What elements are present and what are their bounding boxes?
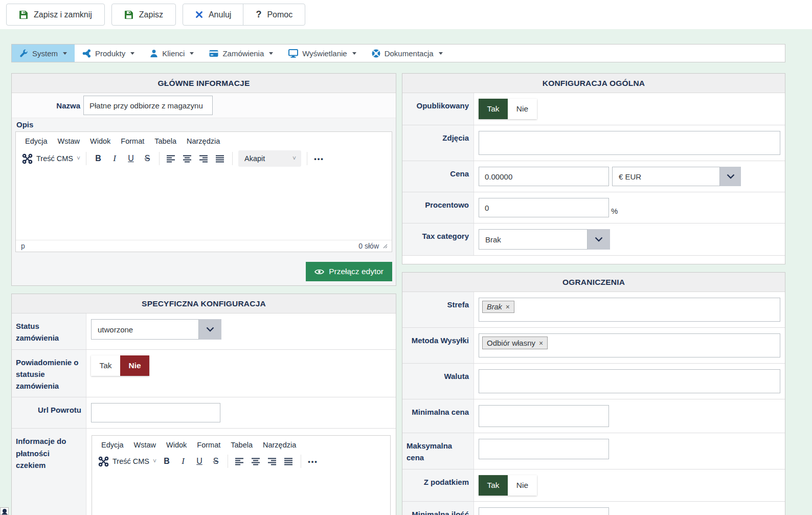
underline-button[interactable]: U [192,454,207,468]
editor-menu-edycja[interactable]: Edycja [96,439,129,451]
cancel-x-icon [195,11,203,18]
cms-content-dropdown[interactable]: Treść CMS ˅ [20,153,82,164]
menu-item-system[interactable]: System [12,44,75,62]
element-path: p [21,242,25,250]
editor-content-area[interactable] [92,473,390,515]
cancel-help-group: Anuluj ? Pomoc [183,4,305,26]
save-close-button[interactable]: Zapisz i zamknij [6,4,105,26]
editor-menu-narzedzia[interactable]: Narzędzia [182,136,225,147]
editor-menu-tabela[interactable]: Tabela [225,439,258,451]
chevron-down-icon[interactable] [588,229,610,250]
max-price-row: Maksymalna cena [402,433,785,469]
menu-item-dokumentacja[interactable]: Dokumentacja [364,44,450,62]
more-tools-icon[interactable]: ••• [312,151,326,166]
cms-content-dropdown[interactable]: Treść CMS ˅ [96,456,159,467]
resize-grip-icon[interactable] [383,244,388,249]
align-center-button[interactable] [249,454,263,468]
chevron-down-icon[interactable] [720,167,741,186]
word-count: 0 słów [358,242,379,250]
menu-item-produkty[interactable]: Produkty [75,44,142,62]
editor-menu-tabela[interactable]: Tabela [149,136,182,147]
bold-button[interactable]: B [91,151,105,166]
order-status-select[interactable]: utworzone [91,319,221,340]
align-center-button[interactable] [181,151,195,166]
underline-button[interactable]: U [124,151,138,166]
paragraph-format-dropdown[interactable]: Akapit ˅ [238,150,301,167]
editor-menu-edycja[interactable]: Edycja [20,136,53,147]
images-input[interactable] [479,131,780,155]
shipping-method-chip[interactable]: Odbiór własny × [482,337,548,349]
content-container: System Produkty Klienci [11,44,785,515]
top-toolbar: Zapisz i zamknij Zapisz Anuluj ? Pomoc [0,0,812,29]
name-input[interactable] [83,96,213,115]
zone-multiselect[interactable]: Brak × [479,298,780,322]
toggle-editor-button[interactable]: Przełącz edytor [306,262,392,281]
panel-title-general-config: KONFIGURACJA OGÓLNA [402,74,785,93]
chevron-down-icon[interactable] [199,319,221,340]
currency-select[interactable]: € EUR [612,167,741,186]
align-left-button[interactable] [164,151,178,166]
menu-item-zamowienia[interactable]: Zamówienia [201,44,281,62]
editor-menu-narzedzia[interactable]: Narzędzia [258,439,301,451]
remove-chip-icon[interactable]: × [539,339,543,347]
published-no-button[interactable]: Nie [508,99,537,119]
published-yes-button[interactable]: Tak [479,99,508,119]
save-close-label: Zapisz i zamknij [34,10,92,19]
editor-menu-widok[interactable]: Widok [85,136,116,147]
menu-item-wyswietlanie[interactable]: Wyświetlanie [281,44,364,62]
editor-menubar: Edycja Wstaw Widok Format Tabela Narzędz… [92,436,390,452]
strikethrough-button[interactable]: S [140,151,154,166]
with-tax-no-button[interactable]: Nie [508,475,537,496]
align-right-button[interactable] [265,454,280,468]
save-icon [19,10,28,19]
more-tools-icon[interactable]: ••• [306,454,320,468]
return-url-input[interactable] [91,403,220,422]
menu-item-klienci[interactable]: Klienci [142,44,201,62]
min-price-input[interactable] [479,405,609,427]
editor-menu-format[interactable]: Format [116,136,149,147]
percentage-input[interactable] [479,198,609,217]
cancel-button[interactable]: Anuluj [183,4,244,26]
currency-multiselect[interactable] [479,369,780,393]
published-row: Opublikowany Tak Nie [402,93,785,125]
editor-menu-widok[interactable]: Widok [161,439,192,451]
corner-widget[interactable] [0,507,9,515]
align-left-button[interactable] [233,454,247,468]
bold-button[interactable]: B [160,454,174,468]
with-tax-yes-button[interactable]: Tak [479,475,508,496]
panel-specific-config: SPECYFICZNA KONFIGURACJA Status zamówien… [11,294,396,515]
editor-menu-format[interactable]: Format [192,439,225,451]
tax-category-select[interactable]: Brak [479,229,610,250]
currency-restriction-row: Waluta [402,364,785,399]
joomla-logo-icon [98,456,109,467]
zone-chip[interactable]: Brak × [482,301,514,313]
align-justify-button[interactable] [213,151,228,166]
align-justify-button[interactable] [282,454,296,468]
tax-category-label: Tax category [402,223,474,255]
notification-yes-button[interactable]: Tak [91,355,120,376]
shipping-method-row: Metoda Wysyłki Odbiór własny × [402,328,785,364]
italic-button[interactable]: I [176,454,190,468]
price-input[interactable] [479,167,609,186]
strikethrough-button[interactable]: S [209,454,223,468]
notification-label: Powiadomienie o statusie zamówienia [12,350,86,397]
help-button[interactable]: ? Pomoc [243,4,305,26]
chevron-down-icon: ˅ [153,458,156,465]
italic-button[interactable]: I [107,151,122,166]
save-button[interactable]: Zapisz [111,4,176,26]
notification-no-button[interactable]: Nie [120,355,149,376]
zone-row: Strefa Brak × [402,292,785,328]
images-row: Zdjęcia [402,125,785,161]
min-quantity-input[interactable] [479,507,609,515]
percent-suffix: % [611,207,618,215]
editor-menu-wstaw[interactable]: Wstaw [129,439,162,451]
editor-menu-wstaw[interactable]: Wstaw [53,136,85,147]
shipping-method-multiselect[interactable]: Odbiór własny × [479,333,780,357]
remove-chip-icon[interactable]: × [506,303,510,311]
editor-content-area[interactable] [16,171,392,240]
max-price-input[interactable] [479,439,609,459]
menu-label-produkty: Produkty [95,49,125,58]
align-right-button[interactable] [197,151,211,166]
order-status-value: utworzone [91,319,199,340]
paragraph-dropdown-label: Akapit [244,154,265,163]
